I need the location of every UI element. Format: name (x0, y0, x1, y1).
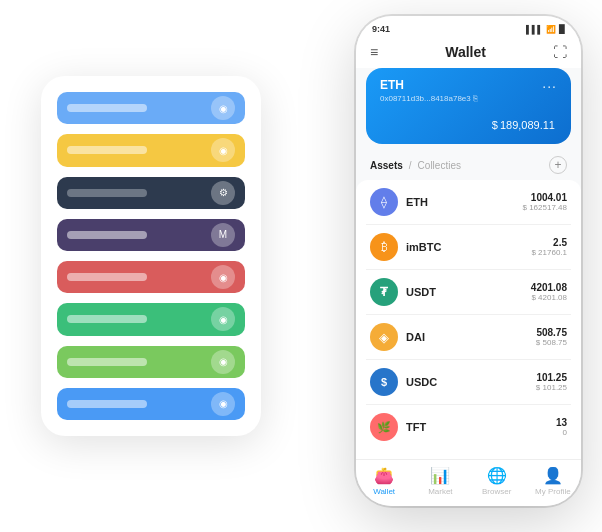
assets-tabs: Assets / Collecties (370, 160, 461, 171)
nav-item-market[interactable]: 📊 Market (412, 466, 468, 496)
asset-amounts-eth: 1004.01 $ 162517.48 (523, 192, 568, 212)
asset-name-imbtc: imBTC (406, 241, 531, 253)
card-line-4 (67, 231, 147, 239)
asset-value-imbtc: $ 21760.1 (531, 248, 567, 257)
profile-nav-icon: 👤 (543, 466, 563, 485)
card-line-6 (67, 315, 147, 323)
asset-name-usdc: USDC (406, 376, 536, 388)
asset-amounts-usdc: 101.25 $ 101.25 (536, 372, 567, 392)
asset-name-usdt: USDT (406, 286, 531, 298)
card-line-2 (67, 146, 147, 154)
asset-item-dai[interactable]: ◈ DAI 508.75 $ 508.75 (366, 315, 571, 360)
color-card-4: M (57, 219, 245, 251)
card-line-7 (67, 358, 147, 366)
asset-icon-dai: ◈ (370, 323, 398, 351)
eth-card-address: 0x08711d3b...8418a78e3 ⎘ (380, 94, 557, 103)
assets-tab-divider: / (409, 160, 412, 171)
asset-amounts-dai: 508.75 $ 508.75 (536, 327, 567, 347)
phone-header: ≡ Wallet ⛶ (356, 38, 581, 68)
asset-name-tft: TFT (406, 421, 556, 433)
card-icon-6: ◉ (211, 307, 235, 331)
asset-value-usdc: $ 101.25 (536, 383, 567, 392)
asset-amounts-imbtc: 2.5 $ 21760.1 (531, 237, 567, 257)
battery-icon: ▉ (559, 25, 565, 34)
bottom-nav: 👛 Wallet 📊 Market 🌐 Browser 👤 My Profile (356, 459, 581, 506)
market-nav-icon: 📊 (430, 466, 450, 485)
asset-amount-usdc: 101.25 (536, 372, 567, 383)
profile-nav-label: My Profile (535, 487, 571, 496)
asset-value-usdt: $ 4201.08 (531, 293, 567, 302)
status-icons: ▌▌▌ 📶 ▉ (526, 25, 565, 34)
balance-symbol: $ (492, 119, 498, 131)
card-icon-5: ◉ (211, 265, 235, 289)
asset-item-tft[interactable]: 🌿 TFT 13 0 (366, 405, 571, 449)
eth-card[interactable]: ··· ETH 0x08711d3b...8418a78e3 ⎘ $189,08… (366, 68, 571, 144)
asset-item-imbtc[interactable]: ₿ imBTC 2.5 $ 21760.1 (366, 225, 571, 270)
card-line-5 (67, 273, 147, 281)
asset-amounts-usdt: 4201.08 $ 4201.08 (531, 282, 567, 302)
balance-value: 189,089.11 (500, 119, 555, 131)
wifi-icon: 📶 (546, 25, 556, 34)
asset-name-eth: ETH (406, 196, 523, 208)
eth-card-dots-menu[interactable]: ··· (542, 78, 557, 94)
browser-nav-label: Browser (482, 487, 511, 496)
color-card-8: ◉ (57, 388, 245, 420)
asset-amount-dai: 508.75 (536, 327, 567, 338)
color-card-2: ◉ (57, 134, 245, 166)
assets-tab-assets[interactable]: Assets (370, 160, 403, 171)
card-icon-3: ⚙ (211, 181, 235, 205)
asset-value-dai: $ 508.75 (536, 338, 567, 347)
header-title: Wallet (445, 44, 486, 60)
asset-item-usdc[interactable]: $ USDC 101.25 $ 101.25 (366, 360, 571, 405)
asset-amount-usdt: 4201.08 (531, 282, 567, 293)
expand-icon[interactable]: ⛶ (553, 44, 567, 60)
color-card-7: ◉ (57, 346, 245, 378)
phone-frame: 9:41 ▌▌▌ 📶 ▉ ≡ Wallet ⛶ ··· ETH 0x08711d… (356, 16, 581, 506)
asset-item-eth[interactable]: ⟠ ETH 1004.01 $ 162517.48 (366, 180, 571, 225)
asset-icon-tft: 🌿 (370, 413, 398, 441)
color-card-5: ◉ (57, 261, 245, 293)
asset-amount-eth: 1004.01 (523, 192, 568, 203)
card-icon-7: ◉ (211, 350, 235, 374)
nav-item-profile[interactable]: 👤 My Profile (525, 466, 581, 496)
asset-name-dai: DAI (406, 331, 536, 343)
color-card-3: ⚙ (57, 177, 245, 209)
assets-header: Assets / Collecties + (356, 152, 581, 180)
asset-value-eth: $ 162517.48 (523, 203, 568, 212)
status-bar: 9:41 ▌▌▌ 📶 ▉ (356, 16, 581, 38)
card-icon-4: M (211, 223, 235, 247)
asset-icon-imbtc: ₿ (370, 233, 398, 261)
card-line-1 (67, 104, 147, 112)
nav-item-browser[interactable]: 🌐 Browser (469, 466, 525, 496)
asset-amounts-tft: 13 0 (556, 417, 567, 437)
wallet-nav-icon: 👛 (374, 466, 394, 485)
phone-content: ··· ETH 0x08711d3b...8418a78e3 ⎘ $189,08… (356, 68, 581, 459)
nav-item-wallet[interactable]: 👛 Wallet (356, 466, 412, 496)
assets-add-button[interactable]: + (549, 156, 567, 174)
color-card-6: ◉ (57, 303, 245, 335)
asset-icon-eth: ⟠ (370, 188, 398, 216)
eth-card-balance: $189,089.11 (380, 111, 557, 134)
asset-icon-usdc: $ (370, 368, 398, 396)
color-card-1: ◉ (57, 92, 245, 124)
eth-card-name: ETH (380, 78, 557, 92)
browser-nav-icon: 🌐 (487, 466, 507, 485)
card-icon-2: ◉ (211, 138, 235, 162)
bg-card-panel: ◉ ◉ ⚙ M ◉ ◉ ◉ ◉ (41, 76, 261, 436)
asset-value-tft: 0 (556, 428, 567, 437)
assets-tab-collecties[interactable]: Collecties (418, 160, 461, 171)
menu-icon[interactable]: ≡ (370, 44, 378, 60)
asset-amount-imbtc: 2.5 (531, 237, 567, 248)
market-nav-label: Market (428, 487, 452, 496)
card-line-8 (67, 400, 147, 408)
card-icon-1: ◉ (211, 96, 235, 120)
scene: ◉ ◉ ⚙ M ◉ ◉ ◉ ◉ (21, 16, 581, 516)
signal-icon: ▌▌▌ (526, 25, 543, 34)
card-line-3 (67, 189, 147, 197)
asset-icon-usdt: ₮ (370, 278, 398, 306)
status-time: 9:41 (372, 24, 390, 34)
asset-amount-tft: 13 (556, 417, 567, 428)
asset-list: ⟠ ETH 1004.01 $ 162517.48 ₿ imBTC 2.5 $ … (356, 180, 581, 459)
wallet-nav-label: Wallet (373, 487, 395, 496)
asset-item-usdt[interactable]: ₮ USDT 4201.08 $ 4201.08 (366, 270, 571, 315)
